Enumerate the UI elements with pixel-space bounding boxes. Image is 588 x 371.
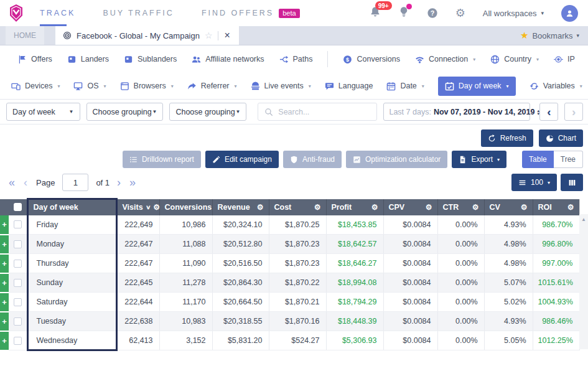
cell-ctr: 0.00% [437, 235, 484, 254]
edit-campaign-button[interactable]: Edit campaign [205, 151, 279, 168]
nav-item-track[interactable]: TRACK [40, 0, 75, 26]
gear-icon[interactable]: ⚙ [521, 204, 528, 211]
expand-row-button[interactable]: + [0, 235, 9, 254]
column-label: Cost [274, 203, 292, 212]
filter-country-label: Country [504, 55, 531, 63]
expand-row-button[interactable]: + [0, 273, 9, 293]
column-header-cpv[interactable]: CPV⚙ [383, 199, 437, 215]
filter-offers[interactable]: Offers [17, 55, 52, 64]
drilldown-report-button[interactable]: Drilldown report [123, 151, 201, 168]
chart-button[interactable]: Chart [539, 129, 583, 147]
row-checkbox[interactable] [14, 220, 22, 228]
first-page-button[interactable]: « [9, 177, 15, 188]
filter-date[interactable]: Date▾ [386, 82, 424, 91]
expand-row-button[interactable]: + [0, 312, 9, 331]
filter-browsers[interactable]: Browsers▾ [120, 82, 174, 91]
voluum-logo[interactable] [9, 4, 24, 22]
expand-row-button[interactable]: + [0, 293, 9, 312]
grouping-select-2[interactable]: Choose grouping ▼ [86, 103, 164, 121]
date-range-picker[interactable]: Last 7 days: Nov 07, 2019 - Nov 14, 2019… [383, 103, 530, 121]
row-checkbox[interactable] [14, 317, 22, 326]
filter-day-of-week[interactable]: Day of week▾ [438, 77, 516, 96]
select-all-checkbox[interactable] [14, 203, 22, 211]
tab-home[interactable]: HOME [6, 26, 44, 45]
filter-sublanders[interactable]: Sublanders [124, 55, 177, 64]
grouping-select-1[interactable]: Day of week ▼ [6, 103, 80, 121]
date-stepper-icon[interactable]: ▴▾ [537, 109, 539, 115]
prev-page-button[interactable]: ‹ [24, 177, 27, 188]
column-header-conversions[interactable]: Conversions [159, 199, 212, 215]
filter-os[interactable]: OS▾ [73, 82, 106, 91]
column-header-cv[interactable]: CV⚙ [484, 199, 533, 215]
nav-item-buy-traffic[interactable]: BUY TRAFFIC [103, 0, 174, 26]
settings-button[interactable]: ⚙ [455, 7, 465, 19]
filter-conversions[interactable]: $Conversions [343, 55, 399, 64]
checkbox-cell [9, 293, 27, 312]
filter-landers[interactable]: Landers [67, 55, 109, 64]
rows-per-page-button[interactable]: 100 ▾ [511, 174, 557, 191]
cell-cpv: $0.0084 [383, 273, 437, 293]
column-header-visits[interactable]: Visits∨⚙ [116, 199, 159, 215]
row-checkbox[interactable] [14, 240, 22, 248]
last-page-button[interactable]: » [129, 177, 136, 188]
cell-visits: 222,638 [116, 312, 159, 331]
next-page-button[interactable]: › [117, 177, 121, 188]
avatar[interactable] [561, 5, 578, 22]
expand-row-button[interactable]: + [0, 331, 9, 350]
filter-paths[interactable]: Paths [279, 55, 313, 64]
filter-connection[interactable]: Connection▾ [415, 55, 475, 64]
close-icon[interactable]: × [223, 30, 231, 41]
vertical-scrollbar[interactable]: ▲ [579, 214, 588, 349]
filter-live-events[interactable]: Live events▾ [251, 82, 311, 91]
workspace-selector[interactable]: All workspaces ▾ [483, 9, 544, 18]
row-checkbox[interactable] [14, 337, 22, 345]
column-header-cost[interactable]: Cost⚙ [269, 199, 326, 215]
gear-icon[interactable]: ⚙ [472, 204, 479, 211]
filter-affiliate-networks[interactable]: Affiliate networks [192, 55, 264, 64]
gear-icon[interactable]: ⚙ [153, 204, 160, 211]
date-prev-button[interactable]: ‹ [539, 103, 558, 121]
scroll-up-icon[interactable]: ▲ [579, 214, 588, 224]
expand-row-button[interactable]: + [0, 215, 9, 235]
gear-icon[interactable]: ⚙ [567, 204, 574, 211]
help-button[interactable]: ? [427, 7, 438, 19]
filter-referrer[interactable]: Referrer▾ [187, 82, 237, 91]
column-header-day[interactable]: Day of week [27, 199, 116, 215]
cell-revenue: $20,318.55 [212, 312, 269, 331]
tab-campaign[interactable]: Facebook - Global - My Campaign ☆ × [55, 26, 239, 45]
sort-icon[interactable]: ∨ [146, 204, 151, 210]
row-checkbox[interactable] [14, 260, 22, 268]
nav-item-find-offers[interactable]: FIND OFFERSbeta [202, 0, 300, 26]
export-button[interactable]: Export ▾ [452, 151, 506, 168]
date-next-button[interactable]: › [564, 103, 583, 121]
anti-fraud-button[interactable]: Anti-fraud [283, 151, 342, 168]
refresh-button[interactable]: Refresh [481, 129, 533, 147]
bookmarks-button[interactable]: ★ Bookmarks ▾ [520, 30, 579, 41]
filter-language[interactable]: Language [325, 82, 373, 91]
whats-new-button[interactable] [398, 6, 409, 20]
gear-icon[interactable]: ⚙ [257, 204, 264, 211]
filter-devices[interactable]: Devices▾ [11, 82, 60, 91]
notifications-button[interactable]: 99+ [370, 6, 381, 20]
filter-country[interactable]: Country▾ [490, 55, 539, 64]
column-header-profit[interactable]: Profit⚙ [326, 199, 383, 215]
tree-view-button[interactable]: Tree [554, 151, 583, 168]
gear-icon[interactable]: ⚙ [371, 204, 378, 211]
row-checkbox[interactable] [14, 279, 22, 287]
columns-button[interactable] [561, 174, 583, 191]
gear-icon[interactable]: ⚙ [426, 204, 432, 211]
column-header-roi[interactable]: ROI⚙ [533, 199, 579, 215]
optimization-calculator-button[interactable]: Optimization calculator [346, 151, 447, 168]
expand-row-button[interactable]: + [0, 254, 9, 273]
search-input[interactable] [278, 108, 370, 116]
filter-variables[interactable]: Variables▾ [530, 82, 582, 91]
gear-icon[interactable]: ⚙ [314, 204, 321, 211]
column-header-revenue[interactable]: Revenue⚙ [212, 199, 269, 215]
column-header-ctr[interactable]: CTR⚙ [437, 199, 484, 215]
row-checkbox[interactable] [14, 298, 22, 306]
favorite-star-icon[interactable]: ☆ [205, 31, 213, 40]
page-input[interactable] [62, 174, 88, 191]
filter-ip[interactable]: IP [554, 55, 575, 64]
grouping-select-3[interactable]: Choose grouping ▼ [169, 103, 246, 121]
table-view-button[interactable]: Table [522, 151, 554, 168]
